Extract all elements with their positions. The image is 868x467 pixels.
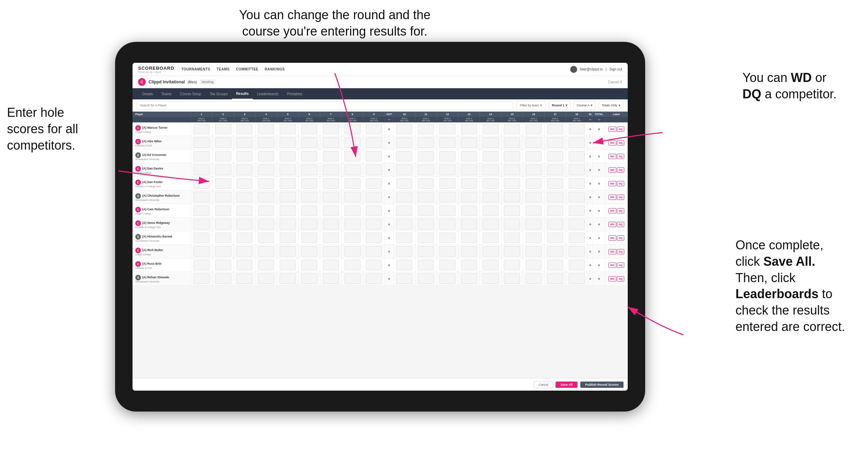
hole-2-input-8[interactable] (215, 233, 231, 243)
dq-button-8[interactable]: DQ (617, 235, 624, 241)
hole-10-cell-10[interactable] (393, 258, 415, 272)
hole-8-cell-10[interactable] (342, 258, 363, 272)
hole-8-cell-4[interactable] (342, 177, 363, 190)
hole-18-cell-9[interactable] (566, 245, 588, 258)
hole-16-cell-8[interactable] (523, 231, 544, 245)
hole-8-input-9[interactable] (345, 246, 361, 257)
hole-8-input-2[interactable] (345, 151, 361, 161)
hole-5-cell-4[interactable] (277, 177, 299, 190)
hole-17-input-10[interactable] (547, 260, 563, 270)
hole-12-input-10[interactable] (439, 260, 455, 270)
publish-button[interactable]: Publish Round Scores (580, 382, 624, 388)
hole-16-input-3[interactable] (526, 165, 542, 175)
hole-8-input-11[interactable] (345, 273, 361, 284)
hole-11-cell-7[interactable] (415, 218, 437, 231)
hole-13-cell-7[interactable] (458, 218, 480, 231)
hole-11-input-1[interactable] (418, 137, 434, 148)
hole-1-input-8[interactable] (194, 233, 210, 243)
hole-11-cell-1[interactable] (415, 136, 437, 150)
hole-16-input-6[interactable] (526, 205, 542, 216)
hole-3-cell-4[interactable] (234, 177, 256, 190)
hole-8-input-0[interactable] (345, 124, 361, 134)
hole-11-input-4[interactable] (418, 178, 434, 189)
hole-9-input-9[interactable] (366, 246, 382, 257)
hole-4-cell-11[interactable] (255, 272, 277, 286)
hole-18-input-8[interactable] (569, 233, 585, 243)
wd-button-9[interactable]: WD (609, 249, 617, 254)
hole-17-input-1[interactable] (547, 137, 563, 148)
hole-7-input-6[interactable] (323, 205, 339, 216)
hole-10-cell-1[interactable] (393, 136, 415, 150)
hole-2-input-4[interactable] (215, 178, 231, 189)
hole-16-input-11[interactable] (526, 273, 542, 284)
hole-17-input-5[interactable] (547, 192, 563, 202)
hole-10-input-10[interactable] (396, 260, 412, 270)
hole-2-cell-8[interactable] (212, 231, 234, 245)
hole-6-input-8[interactable] (301, 233, 317, 243)
hole-3-input-7[interactable] (236, 219, 252, 229)
hole-4-input-4[interactable] (258, 178, 274, 189)
hole-8-cell-3[interactable] (342, 163, 363, 177)
hole-14-input-6[interactable] (483, 205, 499, 216)
hole-1-cell-8[interactable] (191, 231, 212, 245)
dq-button-9[interactable]: DQ (617, 249, 624, 254)
hole-13-input-5[interactable] (461, 192, 477, 202)
tab-course-setup[interactable]: Course Setup (176, 88, 205, 99)
hole-9-cell-1[interactable] (363, 136, 385, 150)
hole-13-cell-3[interactable] (458, 163, 480, 177)
dq-button-4[interactable]: DQ (617, 181, 624, 186)
hole-18-cell-6[interactable] (566, 204, 588, 218)
hole-10-input-8[interactable] (396, 233, 412, 243)
hole-14-cell-6[interactable] (480, 204, 501, 218)
hole-7-input-7[interactable] (323, 219, 339, 229)
hole-13-cell-5[interactable] (458, 190, 480, 204)
tab-leaderboards[interactable]: Leaderboards (253, 88, 283, 99)
tab-tee-groups[interactable]: Tee Groups (205, 88, 232, 99)
hole-2-cell-2[interactable] (212, 150, 234, 163)
hole-3-input-1[interactable] (236, 137, 252, 148)
hole-12-input-11[interactable] (439, 273, 455, 284)
hole-12-input-1[interactable] (439, 137, 455, 148)
hole-4-cell-9[interactable] (255, 245, 277, 258)
hole-12-cell-10[interactable] (437, 258, 458, 272)
hole-16-input-5[interactable] (526, 192, 542, 202)
hole-12-input-4[interactable] (439, 178, 455, 189)
hole-4-input-1[interactable] (258, 137, 274, 148)
hole-18-input-11[interactable] (569, 273, 585, 284)
hole-7-input-2[interactable] (323, 151, 339, 161)
hole-18-input-0[interactable] (569, 124, 585, 134)
hole-13-input-9[interactable] (461, 246, 477, 257)
hole-18-cell-2[interactable] (566, 150, 588, 163)
hole-8-input-4[interactable] (345, 178, 361, 189)
hole-1-input-5[interactable] (194, 192, 210, 202)
hole-13-input-4[interactable] (461, 178, 477, 189)
wd-button-10[interactable]: WD (609, 263, 617, 268)
hole-9-input-10[interactable] (366, 260, 382, 270)
hole-7-cell-2[interactable] (320, 150, 342, 163)
hole-15-input-4[interactable] (504, 178, 520, 189)
hole-11-input-0[interactable] (418, 124, 434, 134)
hole-11-cell-0[interactable] (415, 122, 437, 136)
hole-4-input-11[interactable] (258, 273, 274, 284)
hole-2-input-11[interactable] (215, 273, 231, 284)
hole-11-input-3[interactable] (418, 165, 434, 175)
hole-8-cell-1[interactable] (342, 136, 363, 150)
hole-16-cell-11[interactable] (523, 272, 544, 286)
hole-8-input-1[interactable] (345, 137, 361, 148)
hole-8-cell-9[interactable] (342, 245, 363, 258)
hole-16-cell-10[interactable] (523, 258, 544, 272)
round-select[interactable]: Round 1 ▾ (549, 101, 571, 110)
filter-by-team-btn[interactable]: Filter by team ▾ (516, 101, 546, 110)
hole-5-cell-9[interactable] (277, 245, 299, 258)
hole-13-cell-9[interactable] (458, 245, 480, 258)
hole-9-input-6[interactable] (366, 205, 382, 216)
hole-11-cell-6[interactable] (415, 204, 437, 218)
dq-button-11[interactable]: DQ (617, 276, 624, 281)
hole-16-input-10[interactable] (526, 260, 542, 270)
hole-12-cell-0[interactable] (437, 122, 458, 136)
hole-6-input-11[interactable] (301, 273, 317, 284)
hole-7-cell-11[interactable] (320, 272, 342, 286)
hole-10-cell-6[interactable] (393, 204, 415, 218)
hole-17-input-4[interactable] (547, 178, 563, 189)
hole-6-input-2[interactable] (301, 151, 317, 161)
